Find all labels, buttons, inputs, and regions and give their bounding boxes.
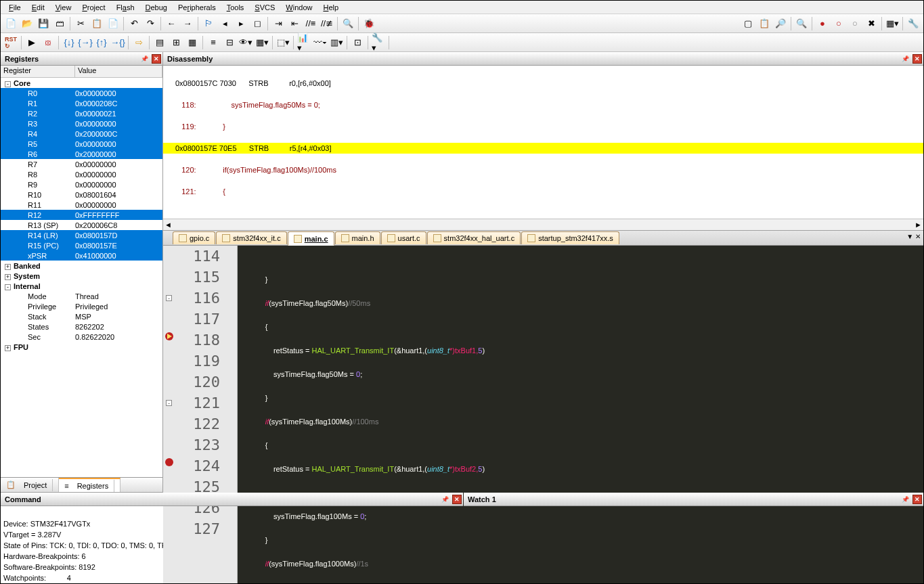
tab-project[interactable]: 📋 Project [1, 478, 59, 492]
serial-window-icon[interactable]: ⬚▾ [276, 35, 290, 50]
register-row[interactable]: R30x00000000 [1, 118, 162, 129]
register-row[interactable]: R80x00000000 [1, 169, 162, 179]
disasm-window-icon[interactable]: ⊞ [169, 35, 183, 50]
doc2-icon[interactable]: 📋 [757, 16, 772, 31]
cut-icon[interactable]: ✂ [73, 16, 88, 31]
bookmark-prev-icon[interactable]: ◂ [217, 16, 232, 31]
bookmark-next-icon[interactable]: ▸ [234, 16, 248, 31]
file-tab[interactable]: main.c [288, 231, 334, 246]
register-row[interactable]: R70x00000000 [1, 159, 162, 169]
outdent-icon[interactable]: ⇤ [287, 16, 302, 31]
register-row[interactable]: R14 (LR)0x0800157D [1, 230, 162, 240]
menu-debug[interactable]: Debug [140, 2, 173, 13]
registers-window-icon[interactable]: ≡ [206, 35, 221, 50]
register-row[interactable]: R60x20000000 [1, 149, 162, 159]
new-file-icon[interactable]: 📄 [3, 16, 18, 31]
register-row[interactable]: R00x00000000 [1, 88, 162, 98]
register-row[interactable]: R110x00000000 [1, 200, 162, 210]
disasm-scrollbar[interactable]: ◄► [163, 219, 923, 230]
nav-fwd-icon[interactable]: → [180, 16, 195, 31]
memory-window-icon[interactable]: ▦▾ [255, 35, 269, 50]
register-row[interactable]: R90x00000000 [1, 179, 162, 189]
disassembly-body[interactable]: 0x0800157C 7030 STRB r0,[r6,#0x00] 118: … [163, 66, 923, 219]
undo-icon[interactable]: ↶ [127, 16, 141, 31]
register-row[interactable]: R20x00000021 [1, 108, 162, 118]
menu-project[interactable]: Project [76, 2, 110, 13]
fold-gutter[interactable]: - - [225, 246, 238, 584]
menu-view[interactable]: View [50, 2, 77, 13]
menu-flash[interactable]: Flash [111, 2, 140, 13]
trace-window-icon[interactable]: 〰▾ [313, 35, 328, 50]
pin-icon[interactable]: 📌 [900, 54, 910, 64]
register-group[interactable]: +Banked [1, 261, 162, 271]
doc1-icon[interactable]: ▢ [741, 16, 755, 31]
registers-grid[interactable]: Register Value -Core R00x00000000R10x000… [1, 66, 162, 477]
paste-icon[interactable]: 📄 [106, 16, 120, 31]
analysis-window-icon[interactable]: 📊▾ [296, 35, 311, 50]
menu-edit[interactable]: Edit [26, 2, 50, 13]
toolbox-icon[interactable]: ⊡ [350, 35, 365, 50]
redo-icon[interactable]: ↷ [143, 16, 158, 31]
bp-kill-icon[interactable]: ✖ [864, 16, 879, 31]
window-icon[interactable]: ▦▾ [885, 16, 900, 31]
close-icon[interactable]: ✕ [912, 495, 922, 504]
close-icon[interactable]: ✕ [452, 495, 462, 504]
menu-help[interactable]: Help [317, 2, 344, 13]
copy-icon[interactable]: 📋 [89, 16, 104, 31]
pin-icon[interactable]: 📌 [139, 54, 149, 64]
step-into-icon[interactable]: {↓} [62, 35, 76, 50]
file-tab[interactable]: gpio.c [173, 231, 215, 244]
register-group[interactable]: -Internal [1, 281, 162, 291]
system-viewer-icon[interactable]: ▥▾ [329, 35, 344, 50]
register-row[interactable]: R120xFFFFFFFF [1, 210, 162, 220]
callstack-window-icon[interactable]: ⊟ [222, 35, 237, 50]
menu-peripherals[interactable]: Peripherals [173, 2, 221, 13]
nav-back-icon[interactable]: ← [164, 16, 179, 31]
close-icon[interactable]: ✕ [912, 54, 922, 64]
bp-enable-icon[interactable]: ○ [831, 16, 846, 31]
open-file-icon[interactable]: 📂 [20, 16, 35, 31]
tab-controls[interactable]: ▼ ✕ [906, 233, 921, 240]
menu-tools[interactable]: Tools [221, 2, 250, 13]
show-next-icon[interactable]: ⇨ [131, 35, 146, 50]
register-row[interactable]: R40x2000000C [1, 129, 162, 139]
bookmark-icon[interactable]: 🏳 [201, 16, 216, 31]
fold-icon[interactable]: - [166, 295, 172, 301]
find-in-files-icon[interactable]: 🔍 [794, 16, 809, 31]
bookmark-clear-icon[interactable]: ◻ [250, 16, 265, 31]
indent-icon[interactable]: ⇥ [271, 16, 286, 31]
file-tab[interactable]: usart.c [381, 231, 426, 244]
menu-window[interactable]: Window [280, 2, 317, 13]
configure-icon[interactable]: 🔧 [906, 16, 921, 31]
save-icon[interactable]: 💾 [36, 16, 51, 31]
doc3-icon[interactable]: 🔎 [773, 16, 788, 31]
run-icon[interactable]: ▶ [24, 35, 39, 50]
watch-window-icon[interactable]: 👁▾ [238, 35, 253, 50]
file-tab[interactable]: stm32f4xx_hal_uart.c [427, 231, 521, 244]
bp-disable-icon[interactable]: ○ [848, 16, 862, 31]
file-tab[interactable]: main.h [335, 231, 380, 244]
run-to-cursor-icon[interactable]: →{} [110, 35, 125, 50]
register-row[interactable]: xPSR0x41000000 [1, 250, 162, 261]
debug-settings-icon[interactable]: 🔧▾ [371, 35, 386, 50]
reset-icon[interactable]: RST↻ [3, 35, 18, 50]
breakpoint-icon[interactable] [164, 457, 174, 467]
tab-registers[interactable]: ≡ Registers [59, 478, 120, 492]
file-tab[interactable]: startup_stm32f417xx.s [521, 231, 619, 244]
close-icon[interactable]: ✕ [152, 54, 161, 64]
save-all-icon[interactable]: 🗃 [52, 16, 67, 31]
register-row[interactable]: R50x00000000 [1, 139, 162, 149]
stop-icon[interactable]: ⦻ [41, 35, 56, 50]
fold-icon[interactable]: - [166, 400, 172, 406]
menu-file[interactable]: File [3, 2, 26, 13]
menu-svcs[interactable]: SVCS [249, 2, 280, 13]
register-group[interactable]: +System [1, 271, 162, 281]
step-out-icon[interactable]: {↑} [94, 35, 109, 50]
file-tab[interactable]: stm32f4xx_it.c [216, 231, 286, 244]
cmd-window-icon[interactable]: ▤ [152, 35, 167, 50]
symbol-window-icon[interactable]: ▦ [185, 35, 200, 50]
step-over-icon[interactable]: {→} [78, 35, 93, 50]
comment-icon[interactable]: //≡ [303, 16, 318, 31]
bp-insert-icon[interactable]: ● [815, 16, 830, 31]
pin-icon[interactable]: 📌 [440, 495, 449, 504]
